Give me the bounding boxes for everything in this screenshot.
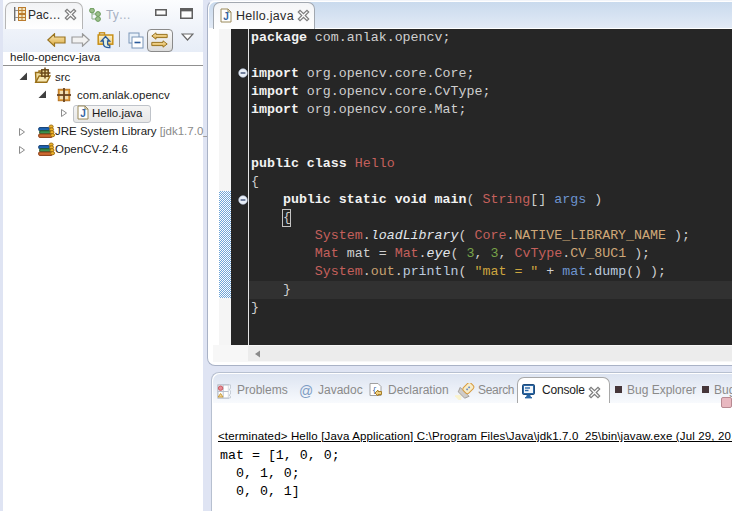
svg-text:J: J	[223, 11, 229, 22]
svg-text:J: J	[80, 108, 86, 119]
